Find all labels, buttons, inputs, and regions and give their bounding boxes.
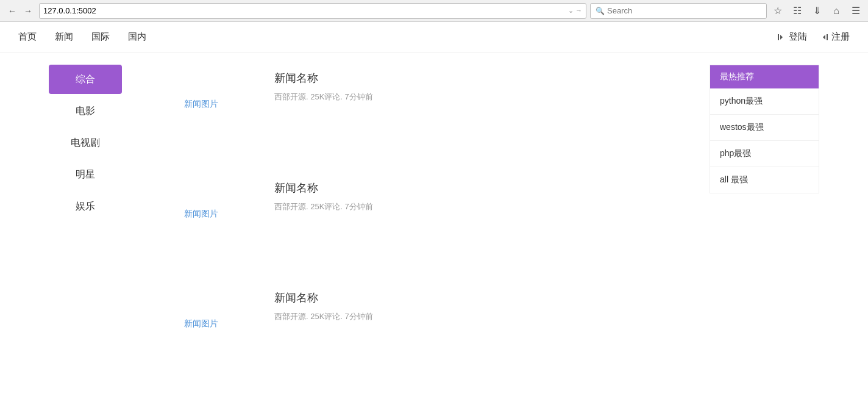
browser-chrome: ← → ⌄ → 🔍 ☆ ☷ ⇓ ⌂ ☰ — [0, 0, 868, 22]
browser-actions: ☆ ☷ ⇓ ⌂ ☰ — [770, 4, 863, 18]
menu-icon[interactable]: ☰ — [848, 4, 863, 18]
news-item-3: 新闻图片 新闻名称 西部开源. 25K评论. 7分钟前 — [140, 284, 691, 376]
news-content-1: 新闻名称 西部开源. 25K评论. 7分钟前 — [274, 65, 691, 144]
sidebar-item-entertainment[interactable]: 娱乐 — [49, 192, 122, 221]
nav-item-domestic[interactable]: 国内 — [128, 31, 146, 43]
search-icon: 🔍 — [596, 7, 605, 15]
home-icon[interactable]: ⌂ — [829, 4, 844, 18]
login-icon — [777, 32, 786, 42]
news-image-1: 新闻图片 — [140, 65, 262, 144]
site-nav-left: 首页 新闻 国际 国内 — [18, 31, 146, 43]
news-content-4: 新闻名称 西部开源. 25K评论. 7分钟前 — [274, 394, 691, 399]
nav-item-news[interactable]: 新闻 — [55, 31, 73, 43]
address-input[interactable] — [43, 6, 566, 15]
back-button[interactable]: ← — [5, 4, 20, 18]
sidebar-item-celebrities[interactable]: 明星 — [49, 160, 122, 189]
hot-item-3[interactable]: php最强 — [710, 141, 819, 167]
hot-item-2[interactable]: westos最强 — [710, 115, 819, 141]
news-content-2: 新闻名称 西部开源. 25K评论. 7分钟前 — [274, 174, 691, 254]
search-wrap[interactable]: 🔍 — [590, 3, 767, 19]
svg-rect-1 — [827, 34, 828, 40]
address-bar-wrap[interactable]: ⌄ → — [39, 3, 586, 19]
download-icon[interactable]: ⇓ — [809, 4, 824, 18]
hot-item-4[interactable]: all 最强 — [710, 167, 819, 193]
login-button[interactable]: 登陆 — [777, 31, 807, 43]
reader-icon[interactable]: ☷ — [790, 4, 805, 18]
hot-item-1[interactable]: python最强 — [710, 88, 819, 115]
star-icon[interactable]: ☆ — [770, 4, 785, 18]
site-nav-right: 登陆 注册 — [777, 31, 850, 43]
news-image-link-3[interactable]: 新闻图片 — [184, 318, 218, 329]
news-meta-2: 西部开源. 25K评论. 7分钟前 — [274, 201, 691, 212]
search-input[interactable] — [607, 6, 761, 15]
sidebar: 综合 电影 电视剧 明星 娱乐 — [49, 65, 122, 399]
news-title-3: 新闻名称 — [274, 290, 691, 305]
hot-panel: 最热推荐 python最强 westos最强 php最强 all 最强 — [710, 65, 819, 193]
news-image-3: 新闻图片 — [140, 284, 262, 364]
news-image-2: 新闻图片 — [140, 174, 262, 254]
news-title-1: 新闻名称 — [274, 71, 691, 85]
news-feed: 新闻图片 新闻名称 西部开源. 25K评论. 7分钟前 新闻图片 新闻名称 西部… — [140, 65, 691, 399]
news-image-link-1[interactable]: 新闻图片 — [184, 99, 218, 110]
svg-rect-0 — [778, 34, 779, 40]
news-item-1: 新闻图片 新闻名称 西部开源. 25K评论. 7分钟前 — [140, 65, 691, 156]
news-image-4: 新闻图片 — [140, 394, 262, 399]
register-button[interactable]: 注册 — [819, 31, 850, 43]
forward-button[interactable]: → — [21, 4, 35, 18]
news-content-3: 新闻名称 西部开源. 25K评论. 7分钟前 — [274, 284, 691, 364]
main-layout: 综合 电影 电视剧 明星 娱乐 新闻图片 新闻名称 西部开源. 25K评论. 7… — [0, 52, 868, 399]
news-meta-1: 西部开源. 25K评论. 7分钟前 — [274, 92, 691, 102]
news-item-2: 新闻图片 新闻名称 西部开源. 25K评论. 7分钟前 — [140, 174, 691, 266]
site-nav: 首页 新闻 国际 国内 登陆 注册 — [0, 22, 868, 52]
nav-item-international[interactable]: 国际 — [91, 31, 110, 43]
sidebar-item-tvshows[interactable]: 电视剧 — [49, 128, 122, 157]
nav-item-home[interactable]: 首页 — [18, 31, 37, 43]
nav-buttons: ← → — [5, 4, 35, 18]
news-title-2: 新闻名称 — [274, 181, 691, 195]
register-icon — [819, 32, 829, 42]
sidebar-item-comprehensive[interactable]: 综合 — [49, 65, 122, 94]
right-sidebar: 最热推荐 python最强 westos最强 php最强 all 最强 — [710, 65, 819, 399]
news-image-link-2[interactable]: 新闻图片 — [184, 209, 218, 220]
address-arrow: ⌄ → — [568, 7, 582, 15]
sidebar-item-movies[interactable]: 电影 — [49, 96, 122, 126]
hot-panel-header: 最热推荐 — [710, 65, 819, 88]
news-item-4: 新闻图片 新闻名称 西部开源. 25K评论. 7分钟前 — [140, 394, 691, 399]
news-meta-3: 西部开源. 25K评论. 7分钟前 — [274, 311, 691, 322]
